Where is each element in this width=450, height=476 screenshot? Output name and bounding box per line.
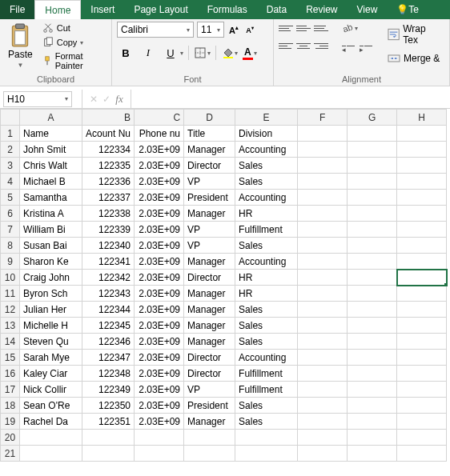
cell-F8[interactable] [298, 238, 348, 254]
cell-A9[interactable]: Sharon Ke [20, 254, 82, 270]
cell-D19[interactable]: Manager [184, 414, 235, 430]
cell-B7[interactable]: 122339 [82, 222, 135, 238]
row-header-21[interactable]: 21 [1, 446, 20, 462]
cell-A16[interactable]: Kaley Ciar [20, 366, 82, 382]
cell-F19[interactable] [298, 414, 348, 430]
cell-C17[interactable]: 2.03E+09 [135, 382, 184, 398]
cell-G17[interactable] [348, 382, 397, 398]
cell-H15[interactable] [397, 350, 447, 366]
cell-G4[interactable] [348, 174, 397, 190]
cell-F16[interactable] [298, 366, 348, 382]
cell-C1[interactable]: Phone nu [135, 126, 184, 142]
cell-G18[interactable] [348, 398, 397, 414]
cell-F10[interactable] [298, 270, 348, 286]
increase-indent-button[interactable]: ▸ [359, 39, 373, 52]
cell-A21[interactable] [20, 446, 82, 462]
cell-D21[interactable] [184, 446, 235, 462]
cell-E14[interactable]: Sales [235, 334, 298, 350]
row-header-1[interactable]: 1 [1, 126, 20, 142]
tab-tell-me[interactable]: 💡 Te [387, 0, 428, 19]
copy-button[interactable]: Copy ▾ [41, 36, 106, 49]
cell-H3[interactable] [397, 158, 447, 174]
cell-H17[interactable] [397, 382, 447, 398]
align-top-button[interactable] [279, 22, 293, 34]
cell-H8[interactable] [397, 238, 447, 254]
cell-D3[interactable]: Director [184, 158, 235, 174]
cell-D17[interactable]: VP [184, 382, 235, 398]
formula-input[interactable] [136, 91, 450, 107]
row-header-20[interactable]: 20 [1, 430, 20, 446]
cut-button[interactable]: Cut [41, 22, 106, 34]
cell-B15[interactable]: 122347 [82, 350, 135, 366]
cell-G9[interactable] [348, 254, 397, 270]
cell-F13[interactable] [298, 318, 348, 334]
row-header-11[interactable]: 11 [1, 286, 20, 302]
cell-E8[interactable]: Sales [235, 238, 298, 254]
cell-D20[interactable] [184, 430, 235, 446]
cell-C13[interactable]: 2.03E+09 [135, 318, 184, 334]
font-color-button[interactable]: A ▾ [243, 46, 257, 60]
cell-A2[interactable]: John Smit [20, 142, 82, 158]
row-header-8[interactable]: 8 [1, 238, 20, 254]
row-header-9[interactable]: 9 [1, 254, 20, 270]
cell-G20[interactable] [348, 430, 397, 446]
cell-F7[interactable] [298, 222, 348, 238]
cell-F17[interactable] [298, 382, 348, 398]
row-header-18[interactable]: 18 [1, 398, 20, 414]
cell-B4[interactable]: 122336 [82, 174, 135, 190]
cell-G10[interactable] [348, 270, 397, 286]
row-header-5[interactable]: 5 [1, 190, 20, 206]
cell-H1[interactable] [397, 126, 447, 142]
row-header-13[interactable]: 13 [1, 318, 20, 334]
cell-E15[interactable]: Accounting [235, 350, 298, 366]
cell-D8[interactable]: VP [184, 238, 235, 254]
align-middle-button[interactable] [296, 22, 311, 34]
cell-D15[interactable]: Director [184, 350, 235, 366]
column-header-G[interactable]: G [348, 110, 397, 126]
row-header-6[interactable]: 6 [1, 206, 20, 222]
cell-A10[interactable]: Craig John [20, 270, 82, 286]
cell-D5[interactable]: President [184, 190, 235, 206]
font-size-select[interactable]: 11 ▾ [197, 22, 224, 38]
align-center-button[interactable] [296, 39, 311, 52]
cell-D9[interactable]: Manager [184, 254, 235, 270]
cell-H16[interactable] [397, 366, 447, 382]
borders-button[interactable]: ▾ [194, 46, 211, 59]
cell-E21[interactable] [235, 446, 298, 462]
cell-C14[interactable]: 2.03E+09 [135, 334, 184, 350]
cell-F5[interactable] [298, 190, 348, 206]
cell-F20[interactable] [298, 430, 348, 446]
row-header-4[interactable]: 4 [1, 174, 20, 190]
column-header-F[interactable]: F [298, 110, 348, 126]
cell-A13[interactable]: Michelle H [20, 318, 82, 334]
cell-E12[interactable]: Sales [235, 302, 298, 318]
cell-H14[interactable] [397, 334, 447, 350]
cell-G2[interactable] [348, 142, 397, 158]
cell-D4[interactable]: VP [184, 174, 235, 190]
cell-G3[interactable] [348, 158, 397, 174]
cell-B9[interactable]: 122341 [82, 254, 135, 270]
column-header-D[interactable]: D [184, 110, 235, 126]
cell-D10[interactable]: Director [184, 270, 235, 286]
cell-B2[interactable]: 122334 [82, 142, 135, 158]
cell-F6[interactable] [298, 206, 348, 222]
cell-B12[interactable]: 122344 [82, 302, 135, 318]
cell-C5[interactable]: 2.03E+09 [135, 190, 184, 206]
cell-G16[interactable] [348, 366, 397, 382]
tab-insert[interactable]: Insert [81, 0, 124, 19]
cell-A19[interactable]: Rachel Da [20, 414, 82, 430]
cell-A14[interactable]: Steven Qu [20, 334, 82, 350]
cancel-button[interactable]: ✕ [87, 94, 100, 105]
row-header-15[interactable]: 15 [1, 350, 20, 366]
cell-D2[interactable]: Manager [184, 142, 235, 158]
column-header-E[interactable]: E [235, 110, 298, 126]
cell-A12[interactable]: Julian Her [20, 302, 82, 318]
cell-H13[interactable] [397, 318, 447, 334]
row-header-2[interactable]: 2 [1, 142, 20, 158]
cell-G6[interactable] [348, 206, 397, 222]
cell-A4[interactable]: Michael B [20, 174, 82, 190]
cell-E19[interactable]: Sales [235, 414, 298, 430]
cell-A8[interactable]: Susan Bai [20, 238, 82, 254]
cell-D16[interactable]: Director [184, 366, 235, 382]
tab-data[interactable]: Data [257, 0, 296, 19]
